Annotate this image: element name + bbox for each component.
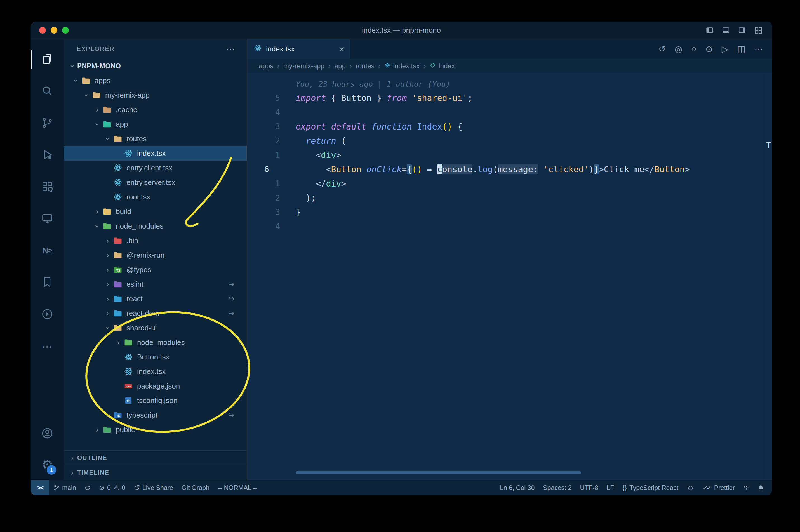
tree-item-tsconfig-json[interactable]: TStsconfig.json <box>64 393 247 408</box>
tree-item-eslint[interactable]: ›eslint↪ <box>64 277 247 291</box>
breadcrumb-item-index[interactable]: Index <box>430 62 455 70</box>
tree-item-index-tsx[interactable]: index.tsx <box>64 364 247 379</box>
status-vim-mode[interactable]: -- NORMAL -- <box>214 480 262 495</box>
workspace-root-row[interactable]: › PNPM-MONO <box>64 59 247 73</box>
gitlens-next-change-icon[interactable]: ⊙ <box>705 44 713 54</box>
timeline-history-icon[interactable]: ↺ <box>659 44 666 54</box>
status-git-graph[interactable]: Git Graph <box>177 480 214 495</box>
status-notifications[interactable] <box>754 480 768 495</box>
tree-item-app[interactable]: ›app <box>64 117 247 131</box>
status-sync-changes[interactable] <box>80 480 95 495</box>
twistie-expanded-icon[interactable]: › <box>103 134 112 144</box>
zoom-window-button[interactable] <box>62 27 69 34</box>
breadcrumb-item-apps[interactable]: apps <box>259 62 273 70</box>
tab-index-tsx[interactable]: index.tsx × <box>247 39 350 59</box>
outline-section[interactable]: › OUTLINE <box>64 450 247 465</box>
toggle-sidebar-icon[interactable] <box>705 26 714 34</box>
status-label: main <box>62 484 76 492</box>
status-eol[interactable]: LF <box>603 480 618 495</box>
breadcrumb-item-my-remix-app[interactable]: my-remix-app <box>283 62 324 70</box>
activity-nx-console[interactable]: N≥ <box>31 235 64 267</box>
activity-source-control[interactable] <box>31 108 64 139</box>
activity-explorer[interactable] <box>31 44 64 76</box>
breadcrumb-item-routes[interactable]: routes <box>356 62 375 70</box>
twistie-expanded-icon[interactable]: › <box>82 90 91 100</box>
status-broadcast[interactable] <box>739 480 754 495</box>
tree-item-public[interactable]: ›public <box>64 422 247 437</box>
toggle-secondary-sidebar-icon[interactable] <box>738 26 746 34</box>
activity-account[interactable] <box>31 418 64 449</box>
minimize-window-button[interactable] <box>51 27 57 34</box>
tree-item-index-tsx[interactable]: index.tsx <box>64 146 247 160</box>
activity-remote-explorer[interactable] <box>31 203 64 235</box>
activity-extensions[interactable] <box>31 171 64 203</box>
status-problems[interactable]: ⊘0⚠0 <box>95 480 130 495</box>
activity-bookmarks[interactable] <box>31 267 64 299</box>
split-editor-icon[interactable]: ◫ <box>737 44 745 54</box>
status-encoding[interactable]: UTF-8 <box>576 480 603 495</box>
activity-run-debug[interactable] <box>31 139 64 171</box>
tree-item-entry-client-tsx[interactable]: entry.client.tsx <box>64 160 247 175</box>
status-indentation[interactable]: Spaces: 2 <box>539 480 576 495</box>
tree-item-node-modules[interactable]: ›node_modules <box>64 219 247 233</box>
tree-item-apps[interactable]: ›apps <box>64 73 247 88</box>
twistie-expanded-icon[interactable]: › <box>93 221 101 231</box>
tree-item--types[interactable]: ›TS@types <box>64 262 247 277</box>
tree-item-entry-server-tsx[interactable]: entry.server.tsx <box>64 175 247 190</box>
twistie-collapsed-icon[interactable]: › <box>103 251 112 260</box>
code-editor[interactable]: You, 23 hours ago | 1 author (You)5impor… <box>247 73 772 480</box>
gitlens-changes-icon[interactable]: ○ <box>691 44 697 54</box>
tree-item-react-dom[interactable]: ›react-dom↪ <box>64 306 247 321</box>
activity-search[interactable] <box>31 76 64 108</box>
twistie-expanded-icon[interactable]: › <box>103 323 112 332</box>
twistie-collapsed-icon[interactable]: › <box>114 338 123 347</box>
tree-item--bin[interactable]: ›.bin <box>64 233 247 248</box>
twistie-collapsed-icon[interactable]: › <box>92 106 102 114</box>
twistie-collapsed-icon[interactable]: › <box>103 280 112 289</box>
twistie-collapsed-icon[interactable]: › <box>103 411 112 420</box>
tree-item--cache[interactable]: ›.cache <box>64 102 247 117</box>
twistie-collapsed-icon[interactable]: › <box>92 207 102 216</box>
tree-item-package-json[interactable]: npmpackage.json <box>64 379 247 393</box>
breadcrumb-item-app[interactable]: app <box>335 62 346 70</box>
status-cursor-position[interactable]: Ln 6, Col 30 <box>496 480 539 495</box>
timeline-section[interactable]: › TIMELINE <box>64 465 247 480</box>
status-feedback-smiley[interactable]: ☺ <box>683 480 699 495</box>
tab-close-icon[interactable]: × <box>339 44 344 54</box>
tree-item-typescript[interactable]: ›TStypescript↪ <box>64 408 247 422</box>
status-live-share[interactable]: Live Share <box>130 480 177 495</box>
status-git-branch[interactable]: main <box>49 480 80 495</box>
horizontal-scrollbar[interactable] <box>296 471 581 474</box>
activity-settings[interactable]: ⚙ 1 <box>31 449 64 480</box>
tree-item-shared-ui[interactable]: ›shared-ui <box>64 321 247 335</box>
twistie-collapsed-icon[interactable]: › <box>103 236 112 245</box>
gitlens-prev-change-icon[interactable]: ◎ <box>675 44 682 54</box>
tree-item-my-remix-app[interactable]: ›my-remix-app <box>64 88 247 102</box>
status-remote-indicator[interactable]: >< <box>31 480 49 495</box>
tree-item-button-tsx[interactable]: Button.tsx <box>64 349 247 364</box>
twistie-collapsed-icon[interactable]: › <box>92 425 102 434</box>
more-actions-icon[interactable]: ⋯ <box>755 44 763 54</box>
tree-item-node-modules[interactable]: ›node_modules <box>64 335 247 349</box>
status-language-mode[interactable]: {}TypeScript React <box>618 480 683 495</box>
twistie-collapsed-icon[interactable]: › <box>103 294 112 303</box>
run-code-icon[interactable]: ▷ <box>722 44 728 54</box>
twistie-expanded-icon[interactable]: › <box>72 76 80 85</box>
explorer-more-actions[interactable]: ⋯ <box>226 43 235 55</box>
breadcrumb-item-index-tsx[interactable]: index.tsx <box>384 62 420 70</box>
activity-code-runner[interactable] <box>31 299 64 330</box>
customize-layout-icon[interactable] <box>754 26 763 34</box>
toggle-panel-icon[interactable] <box>722 26 730 34</box>
tree-item-routes[interactable]: ›routes <box>64 131 247 146</box>
activity-more-views[interactable]: ⋯ <box>31 330 64 362</box>
status-prettier[interactable]: ✓✓Prettier <box>699 480 739 495</box>
twistie-collapsed-icon[interactable]: › <box>103 265 112 274</box>
tree-item-react[interactable]: ›react↪ <box>64 291 247 306</box>
tree-item-root-tsx[interactable]: root.tsx <box>64 190 247 204</box>
twistie-expanded-icon[interactable]: › <box>93 119 101 129</box>
titlebar[interactable]: index.tsx — pnpm-mono <box>31 21 772 39</box>
close-window-button[interactable] <box>39 27 46 34</box>
tree-item-build[interactable]: ›build <box>64 204 247 219</box>
twistie-collapsed-icon[interactable]: › <box>103 309 112 318</box>
tree-item--remix-run[interactable]: ›@remix-run <box>64 248 247 262</box>
